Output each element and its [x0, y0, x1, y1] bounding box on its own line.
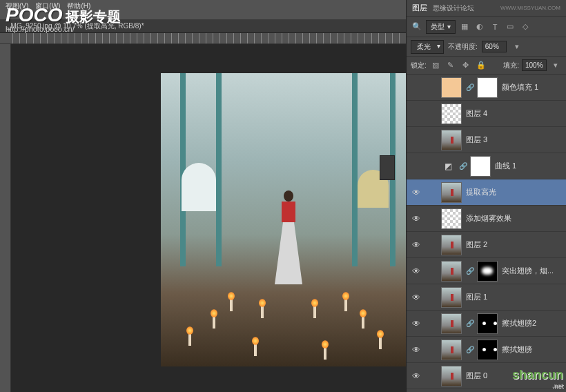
- layer-thumb[interactable]: [441, 77, 462, 98]
- adjustment-icon: ◩: [441, 159, 455, 173]
- layer-thumb[interactable]: [441, 261, 462, 282]
- layer-name-label[interactable]: 图层 3: [466, 135, 563, 145]
- layer-thumb[interactable]: [441, 366, 462, 386]
- visibility-toggle-icon[interactable]: [409, 107, 423, 121]
- layer-thumb[interactable]: [441, 235, 462, 255]
- layer-thumb[interactable]: [441, 182, 462, 203]
- visibility-toggle-icon[interactable]: 👁: [409, 369, 423, 383]
- chevron-down-icon: ▾: [447, 23, 451, 30]
- layer-name-label[interactable]: 擦拭翅膀: [502, 344, 563, 355]
- chevron-down-icon: ▾: [437, 42, 440, 50]
- fill-input[interactable]: 100%: [522, 59, 547, 71]
- link-icon: 🔗: [466, 267, 473, 275]
- layer-mask-thumb[interactable]: [477, 340, 498, 360]
- layer-thumb[interactable]: [441, 313, 462, 334]
- layer-row[interactable]: 图层 4: [407, 101, 566, 127]
- visibility-toggle-icon[interactable]: [409, 81, 423, 95]
- visibility-toggle-icon[interactable]: 👁: [409, 264, 423, 278]
- filter-type-dropdown[interactable]: 类型 ▾: [426, 20, 456, 34]
- logo-suffix: 摄影专题: [66, 9, 121, 24]
- layer-row[interactable]: 👁🔗擦拭翅膀: [407, 337, 566, 363]
- link-icon: 🔗: [466, 320, 473, 327]
- visibility-toggle-icon[interactable]: [409, 159, 423, 173]
- layer-row[interactable]: 👁🔗突出翅膀，烟...: [407, 258, 566, 284]
- visibility-toggle-icon[interactable]: 👁: [409, 238, 423, 252]
- layer-row[interactable]: 👁提取高光: [407, 179, 566, 206]
- layer-name-label[interactable]: 擦拭翅膀2: [502, 318, 563, 329]
- forum-text: 思缘设计论坛: [433, 3, 474, 13]
- layer-mask-thumb[interactable]: [477, 77, 498, 98]
- mini-toolbar[interactable]: [380, 155, 395, 180]
- canvas-image: [161, 73, 416, 366]
- layer-name-label[interactable]: 提取高光: [466, 187, 563, 197]
- layer-row[interactable]: 图层 3: [407, 127, 566, 153]
- layer-name-label[interactable]: 添加烟雾效果: [466, 213, 563, 224]
- panel-header: 图层 思缘设计论坛 WWW.MISSYUAN.COM: [407, 0, 566, 17]
- logo-brand: POCO: [6, 4, 62, 26]
- layer-name-label[interactable]: 突出翅膀，烟...: [502, 266, 563, 276]
- visibility-toggle-icon[interactable]: 👁: [409, 186, 423, 199]
- lock-all-icon[interactable]: 🔒: [475, 59, 487, 72]
- layer-thumb[interactable]: [441, 130, 462, 150]
- layers-list: 🔗颜色填充 1图层 4图层 3◩🔗曲线 1👁提取高光👁添加烟雾效果👁图层 2👁🔗…: [407, 75, 566, 392]
- layer-row[interactable]: 👁图层 1: [407, 284, 566, 311]
- layer-filter-row: 🔍 类型 ▾ ▦ ◐ T ▭ ◇: [407, 17, 566, 37]
- visibility-toggle-icon[interactable]: 👁: [409, 317, 423, 331]
- opacity-input[interactable]: 60%: [482, 41, 507, 52]
- layer-thumb[interactable]: [441, 208, 462, 229]
- layer-row[interactable]: 🔗颜色填充 1: [407, 75, 566, 101]
- filter-shape-icon[interactable]: ▭: [504, 21, 516, 33]
- link-icon: 🔗: [466, 346, 473, 353]
- lock-row: 锁定: ▨ ✎ ✥ 🔒 填充: 100% ▾: [407, 57, 566, 75]
- ruler-vertical: [0, 44, 11, 392]
- opacity-label: 不透明度:: [448, 42, 478, 52]
- visibility-toggle-icon[interactable]: 👁: [409, 212, 423, 226]
- filter-pixel-icon[interactable]: ▦: [458, 21, 471, 33]
- lock-label: 锁定:: [411, 61, 427, 70]
- visibility-toggle-icon[interactable]: 👁: [409, 343, 423, 357]
- layer-name-label[interactable]: 图层 2: [466, 239, 563, 250]
- chevron-down-icon[interactable]: ▾: [549, 59, 562, 72]
- lock-brush-icon[interactable]: ✎: [445, 59, 457, 72]
- layers-panel: 图层 思缘设计论坛 WWW.MISSYUAN.COM 🔍 类型 ▾ ▦ ◐ T …: [406, 0, 566, 392]
- lock-transparent-icon[interactable]: ▨: [429, 59, 442, 72]
- blend-mode-dropdown[interactable]: 柔光▾: [411, 40, 444, 54]
- tab-layers[interactable]: 图层: [412, 3, 427, 13]
- visibility-toggle-icon[interactable]: [409, 133, 423, 147]
- forum-url: WWW.MISSYUAN.COM: [500, 5, 560, 11]
- layer-row[interactable]: 👁图层 2: [407, 232, 566, 258]
- layer-name-label[interactable]: 颜色填充 1: [502, 82, 563, 92]
- layer-row[interactable]: 👁🔗擦拭翅膀2: [407, 311, 566, 337]
- layer-mask-thumb[interactable]: [470, 156, 491, 177]
- filter-adjust-icon[interactable]: ◐: [474, 21, 486, 33]
- layer-row[interactable]: ◩🔗曲线 1: [407, 153, 566, 179]
- layer-row[interactable]: 👁添加烟雾效果: [407, 206, 566, 232]
- link-icon: 🔗: [466, 84, 473, 91]
- filter-smart-icon[interactable]: ◇: [519, 21, 531, 33]
- filter-type-icon[interactable]: T: [489, 21, 501, 33]
- layer-name-label[interactable]: 曲线 1: [495, 161, 563, 171]
- blend-row: 柔光▾ 不透明度: 60% ▾: [407, 37, 566, 57]
- logo-watermark: POCO 摄影专题 http://photo.poco.cn/: [6, 4, 121, 33]
- layer-mask-thumb[interactable]: [477, 261, 498, 282]
- lock-move-icon[interactable]: ✥: [460, 59, 472, 72]
- layer-thumb[interactable]: [441, 287, 462, 308]
- chevron-down-icon[interactable]: ▾: [511, 41, 523, 53]
- layer-name-label[interactable]: 图层 1: [466, 292, 563, 302]
- fill-label: 填充:: [503, 61, 519, 70]
- search-icon[interactable]: 🔍: [411, 21, 423, 33]
- layer-thumb[interactable]: [441, 340, 462, 360]
- visibility-toggle-icon[interactable]: 👁: [409, 291, 423, 304]
- layer-mask-thumb[interactable]: [477, 313, 498, 334]
- link-icon: 🔗: [459, 162, 466, 170]
- watermark-shancun: shancun.net: [512, 368, 563, 389]
- layer-name-label[interactable]: 图层 4: [466, 108, 563, 119]
- layer-thumb[interactable]: [441, 104, 462, 124]
